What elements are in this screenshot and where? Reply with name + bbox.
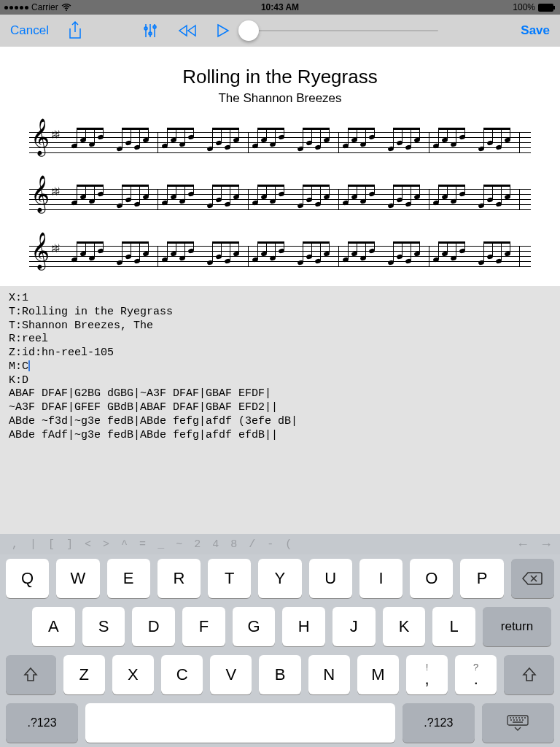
accessory-key[interactable]: ~: [171, 538, 187, 551]
key-c[interactable]: C: [161, 655, 203, 694]
staff-2: 𝄞 ♯♯: [29, 180, 531, 220]
battery-icon: [538, 4, 556, 12]
key-v[interactable]: V: [210, 655, 252, 694]
accessory-key[interactable]: >: [98, 538, 114, 551]
accessory-key[interactable]: ^: [117, 538, 132, 551]
staff-block: 𝄞 ♯♯ 𝄞 ♯♯ 𝄞 ♯♯: [0, 123, 560, 276]
key-z[interactable]: Z: [63, 655, 105, 694]
key-dismiss-keyboard-icon[interactable]: [482, 703, 554, 743]
key-k[interactable]: K: [383, 607, 426, 646]
svg-point-0: [66, 9, 67, 11]
text-cursor: [28, 360, 30, 371]
staff-3: 𝄞 ♯♯: [29, 237, 531, 276]
accessory-key[interactable]: <: [80, 538, 96, 551]
battery-percent: 100%: [513, 2, 535, 12]
key-shift-icon[interactable]: [6, 655, 56, 694]
key-o[interactable]: O: [410, 559, 453, 598]
key-comma[interactable]: !,: [406, 655, 448, 694]
key-p[interactable]: P: [460, 559, 503, 598]
key-s[interactable]: S: [82, 607, 125, 646]
key-x[interactable]: X: [112, 655, 154, 694]
svg-rect-1: [538, 4, 553, 12]
accessory-key[interactable]: |: [26, 538, 41, 551]
accessory-key[interactable]: 2: [190, 538, 205, 551]
key-t[interactable]: T: [208, 559, 251, 598]
status-bar: Carrier 10:43 AM 100%: [0, 0, 560, 15]
key-w[interactable]: W: [56, 559, 99, 598]
tuning-sliders-icon[interactable]: [142, 23, 158, 39]
sheet-music-view: Rolling in the Ryegrass The Shannon Bree…: [0, 47, 560, 286]
key-q[interactable]: Q: [6, 559, 49, 598]
key-shift-icon[interactable]: [504, 655, 554, 694]
keyboard: ,|[]<>^=_~248/-( ← → QWERTYUIOP ASDFGHJK…: [0, 534, 560, 747]
slider-thumb[interactable]: [238, 20, 259, 41]
svg-rect-2: [553, 6, 555, 9]
key-g[interactable]: G: [233, 607, 276, 646]
accessory-key[interactable]: _: [153, 538, 168, 551]
abc-editor[interactable]: X:1 T:Rolling in the Ryegrass T:Shannon …: [0, 286, 560, 534]
key-h[interactable]: H: [282, 607, 325, 646]
accessory-key[interactable]: 4: [208, 538, 223, 551]
key-f[interactable]: F: [182, 607, 225, 646]
accessory-key[interactable]: /: [244, 538, 260, 551]
key-signature: ♯♯: [51, 128, 58, 142]
wifi-icon: [61, 4, 71, 11]
key-u[interactable]: U: [309, 559, 352, 598]
rewind-icon[interactable]: [177, 24, 198, 37]
accessory-left-arrow[interactable]: ←: [516, 537, 529, 552]
key-signature: ♯♯: [51, 241, 58, 255]
key-mode-left[interactable]: .?123: [6, 703, 78, 743]
key-r[interactable]: R: [158, 559, 201, 598]
signal-strength-icon: [4, 6, 28, 9]
key-y[interactable]: Y: [258, 559, 301, 598]
key-n[interactable]: N: [308, 655, 350, 694]
clock: 10:43 AM: [261, 2, 299, 12]
share-icon[interactable]: [68, 21, 82, 40]
save-button[interactable]: Save: [521, 23, 550, 38]
carrier-label: Carrier: [31, 2, 58, 12]
cancel-button[interactable]: Cancel: [10, 23, 49, 38]
accessory-key[interactable]: [: [44, 538, 59, 551]
accessory-key[interactable]: ]: [62, 538, 77, 551]
play-icon[interactable]: [217, 23, 230, 38]
accessory-key[interactable]: =: [135, 538, 150, 551]
key-d[interactable]: D: [132, 607, 175, 646]
treble-clef-icon: 𝄞: [31, 177, 50, 209]
key-m[interactable]: M: [357, 655, 399, 694]
accessory-key[interactable]: ,: [7, 538, 23, 551]
key-a[interactable]: A: [32, 607, 75, 646]
toolbar: Cancel Save: [0, 15, 560, 47]
accessory-key[interactable]: -: [262, 538, 278, 551]
key-backspace-icon[interactable]: [511, 559, 554, 598]
accessory-right-arrow[interactable]: →: [540, 537, 553, 552]
key-e[interactable]: E: [107, 559, 150, 598]
keyboard-accessory-bar: ,|[]<>^=_~248/-( ← →: [0, 534, 560, 554]
key-mode-right[interactable]: .?123: [402, 703, 475, 743]
accessory-key[interactable]: 8: [226, 538, 241, 551]
key-signature: ♯♯: [51, 185, 58, 198]
tune-subtitle: The Shannon Breezes: [0, 91, 560, 106]
key-space[interactable]: [85, 703, 395, 743]
treble-clef-icon: 𝄞: [31, 234, 50, 266]
key-l[interactable]: L: [432, 607, 475, 646]
key-j[interactable]: J: [332, 607, 376, 646]
key-return[interactable]: return: [483, 607, 551, 646]
key-period[interactable]: ?.: [455, 655, 497, 694]
key-i[interactable]: I: [359, 559, 402, 598]
accessory-key[interactable]: (: [281, 538, 296, 551]
key-b[interactable]: B: [259, 655, 300, 694]
staff-1: 𝄞 ♯♯: [29, 123, 531, 163]
playback-slider[interactable]: [249, 30, 438, 31]
treble-clef-icon: 𝄞: [31, 120, 50, 152]
tune-title: Rolling in the Ryegrass: [0, 66, 560, 88]
